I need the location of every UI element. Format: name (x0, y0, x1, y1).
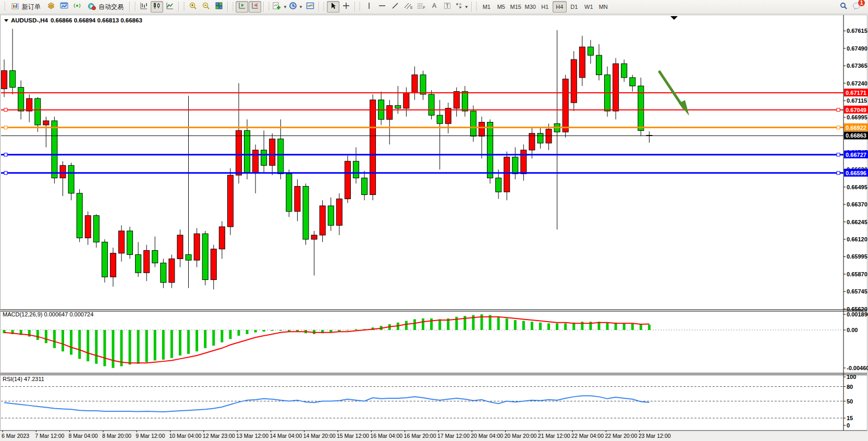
price-tag-label: 0.66596 (846, 170, 866, 176)
candle (320, 206, 325, 235)
bar-chart-button[interactable] (138, 1, 150, 13)
candle (77, 193, 82, 238)
candle (144, 250, 150, 273)
auto-scroll-icon (238, 2, 246, 12)
level-handle[interactable] (837, 126, 840, 129)
trendline-button[interactable] (389, 1, 401, 13)
template-button[interactable] (304, 1, 316, 13)
cursor-button[interactable] (327, 1, 339, 13)
macd-histogram-bar (112, 330, 114, 368)
level-handle[interactable] (4, 153, 7, 156)
mt4-window: 新订单 自动交易 (0, 0, 868, 441)
text-button[interactable]: A (428, 1, 441, 13)
line-chart-button[interactable] (164, 1, 176, 13)
toolbar-grip[interactable] (3, 2, 6, 11)
chart-canvas[interactable]: 0.676150.674900.673650.672400.671150.669… (0, 14, 868, 441)
level-handle[interactable] (837, 153, 840, 156)
zoom-out-button[interactable] (200, 1, 212, 13)
new-order-button[interactable]: 新订单 (7, 1, 44, 13)
level-handle[interactable] (837, 172, 840, 175)
candle (571, 59, 577, 103)
candle (479, 122, 484, 136)
macd-histogram-bar (212, 330, 215, 346)
level-handle[interactable] (4, 172, 7, 175)
candle (136, 254, 141, 273)
zoom-in-button[interactable] (187, 1, 199, 13)
candle (93, 216, 99, 242)
time-axis-label: 17 Mar 12:00 (437, 433, 470, 439)
macd-histogram-bar (87, 330, 89, 361)
tab-timeframe-m15[interactable]: M15 (509, 1, 523, 13)
market-watch-button[interactable] (58, 1, 70, 13)
macd-histogram-bar (522, 321, 525, 330)
signal-button[interactable] (71, 1, 83, 13)
macd-histogram-bar (129, 330, 131, 364)
macd-histogram-bar (279, 330, 282, 331)
fibonacci-button[interactable]: F (415, 1, 427, 13)
candle (462, 92, 468, 111)
chevron-down-icon[interactable] (4, 19, 8, 22)
macd-histogram-bar (120, 330, 123, 366)
tab-timeframe-m1[interactable]: M1 (480, 1, 494, 13)
time-axis-label: 9 Mar 12:00 (136, 433, 165, 439)
level-handle[interactable] (837, 108, 840, 112)
macd-histogram-bar (623, 323, 626, 330)
price-tag-label: 0.66922 (846, 125, 866, 131)
arrow-tools-button[interactable]: ▼ (454, 1, 469, 13)
level-handle[interactable] (4, 108, 7, 112)
candle (186, 254, 191, 260)
auto-scroll-button[interactable] (236, 1, 248, 13)
equidistant-channel-button[interactable]: E (402, 1, 414, 13)
toolbar-separator (471, 2, 472, 12)
price-axis-label: 0.67240 (847, 80, 867, 87)
chart-background (0, 14, 868, 441)
period-button[interactable]: ▼ (288, 1, 303, 13)
tile-windows-button[interactable] (213, 1, 225, 13)
tab-timeframe-mn[interactable]: MN (596, 1, 610, 13)
candle (211, 249, 216, 280)
crosshair-button[interactable] (340, 1, 352, 13)
cursor-icon (329, 2, 337, 12)
candlestick-chart-button[interactable] (151, 1, 163, 13)
macd-histogram-bar (497, 317, 500, 330)
text-label-button[interactable]: T (441, 1, 454, 13)
macd-histogram-bar (162, 330, 165, 360)
time-axis-label: 7 Mar 12:00 (35, 433, 64, 439)
toolbar-grip[interactable] (133, 2, 136, 11)
search-button[interactable] (837, 1, 850, 13)
candle (429, 94, 434, 115)
toolbar-grip[interactable] (231, 2, 234, 11)
time-axis-label: 13 Mar 12:00 (236, 433, 268, 439)
candle (68, 165, 74, 193)
notifications-button[interactable]: 1 (850, 1, 863, 13)
candle (579, 47, 585, 78)
toolbar-grip[interactable] (182, 2, 185, 11)
toolbar-grip[interactable] (267, 2, 270, 11)
macd-histogram-bar (413, 319, 416, 330)
vertical-line-button[interactable] (363, 1, 375, 13)
tab-timeframe-h4[interactable]: H4 (553, 1, 567, 13)
candle (504, 157, 510, 192)
tab-timeframe-d1[interactable]: D1 (567, 1, 581, 13)
main-toolbar: 新订单 自动交易 (0, 0, 868, 14)
horizontal-line-button[interactable] (376, 1, 388, 13)
candle (152, 250, 158, 263)
auto-trading-button[interactable]: 自动交易 (84, 1, 127, 13)
candle (10, 71, 16, 88)
tab-timeframe-h1[interactable]: H1 (538, 1, 552, 13)
time-axis-label: 20 Mar 04:00 (471, 433, 503, 439)
profiles-button[interactable] (45, 1, 57, 13)
macd-histogram-bar (346, 330, 349, 330)
macd-histogram-bar (179, 330, 181, 356)
macd-histogram-bar (263, 330, 265, 332)
chart-shift-button[interactable] (249, 1, 261, 13)
market-watch-icon (60, 2, 68, 12)
toolbar-grip[interactable] (323, 2, 325, 11)
toolbar-grip[interactable] (359, 2, 361, 11)
tab-timeframe-m30[interactable]: M30 (523, 1, 537, 13)
toolbar-grip[interactable] (475, 2, 478, 11)
level-handle[interactable] (4, 126, 7, 129)
tab-timeframe-m5[interactable]: M5 (494, 1, 508, 13)
new-chart-button[interactable]: ▼ (272, 1, 288, 13)
tab-timeframe-w1[interactable]: W1 (582, 1, 596, 13)
